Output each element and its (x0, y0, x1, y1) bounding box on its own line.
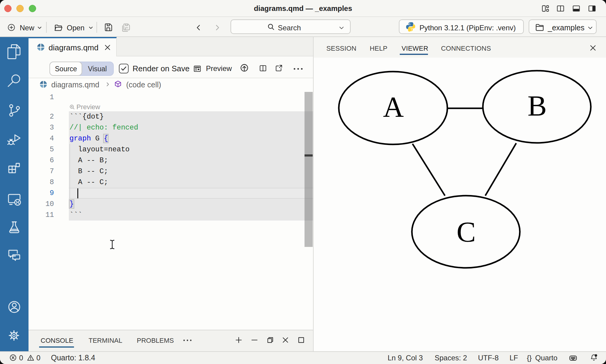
svg-text:B: B (527, 90, 547, 122)
svg-text:A: A (383, 91, 404, 123)
svg-text:C: C (456, 216, 476, 248)
